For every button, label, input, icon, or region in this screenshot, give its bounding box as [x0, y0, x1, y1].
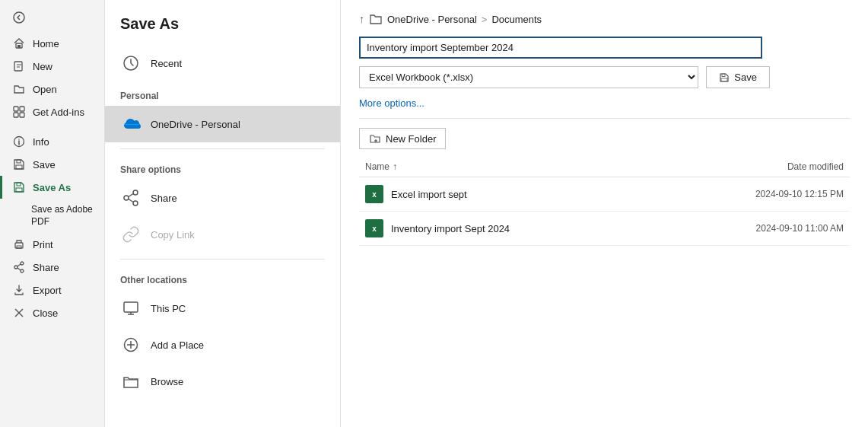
sidebar-item-close[interactable]: Close: [0, 301, 104, 324]
col-name-label: Name: [365, 161, 389, 172]
new-folder-button[interactable]: New Folder: [359, 128, 446, 149]
file-date-2: 2024-09-10 11:00 AM: [756, 223, 844, 234]
file-date-1: 2024-09-10 12:15 PM: [755, 189, 844, 199]
breadcrumb-subfolder-text: Documents: [491, 14, 542, 25]
sidebar-item-addins[interactable]: Get Add-ins: [0, 100, 104, 123]
copy-link-icon: [120, 224, 141, 245]
sidebar-item-open-label: Open: [33, 84, 57, 95]
add-place-icon: [120, 334, 141, 355]
add-place-label: Add a Place: [151, 339, 204, 351]
sidebar-item-save-label: Save: [33, 159, 56, 170]
info-icon: [13, 135, 25, 148]
svg-line-26: [129, 194, 133, 197]
table-row[interactable]: x Inventory import Sept 2024 2024-09-10 …: [359, 212, 850, 246]
onedrive-label: OneDrive - Personal: [151, 119, 240, 130]
open-icon: [13, 83, 25, 95]
save-button-label: Save: [734, 72, 757, 83]
sidebar-item-open[interactable]: Open: [0, 78, 104, 100]
svg-rect-10: [16, 165, 22, 169]
file-table: Name ↑ Date modified x Excel import sept…: [359, 157, 850, 415]
filename-input[interactable]: [359, 37, 762, 59]
new-icon: [13, 60, 25, 72]
sidebar-item-print-label: Print: [33, 239, 53, 250]
file-table-header: Name ↑ Date modified: [359, 157, 850, 177]
breadcrumb-folder-icon: [369, 12, 383, 26]
close-icon: [13, 307, 25, 319]
breadcrumb-up-icon[interactable]: ↑: [359, 13, 364, 25]
save-icon: [13, 158, 25, 170]
sidebar-item-save-adobe[interactable]: Save as Adobe PDF: [0, 199, 104, 233]
sidebar-item-save-as-label: Save As: [33, 182, 71, 193]
recent-icon: [120, 53, 141, 74]
breadcrumb-folder-text: OneDrive - Personal: [387, 14, 477, 25]
col-date-label: Date modified: [787, 161, 844, 172]
save-as-icon: [13, 181, 25, 193]
middle-panel: Save As Recent Personal OneDrive - Perso…: [105, 0, 341, 427]
filetype-select[interactable]: Excel Workbook (*.xlsx)Excel 97-2003 Wor…: [359, 66, 698, 88]
sidebar-item-share-label: Share: [33, 262, 59, 273]
location-item-onedrive[interactable]: OneDrive - Personal: [105, 106, 340, 142]
location-item-this-pc[interactable]: This PC: [105, 290, 340, 327]
sidebar-item-info-label: Info: [33, 136, 49, 148]
sidebar-item-print[interactable]: Print: [0, 233, 104, 256]
share-option-icon: [120, 187, 141, 209]
svg-point-24: [124, 196, 129, 200]
sidebar-item-new[interactable]: New: [0, 55, 104, 78]
sidebar-item-save-as[interactable]: Save As: [0, 176, 104, 199]
content-divider: [359, 118, 850, 119]
excel-file-icon-1: x: [365, 185, 383, 203]
svg-rect-12: [16, 188, 22, 192]
new-folder-label: New Folder: [386, 133, 436, 145]
table-row[interactable]: x Excel import sept 2024-09-10 12:15 PM: [359, 177, 850, 212]
right-panel: ↑ OneDrive - Personal > Documents Excel …: [341, 0, 868, 427]
svg-rect-5: [20, 107, 24, 111]
other-locations-label: Other locations: [105, 266, 340, 290]
svg-point-23: [133, 190, 138, 195]
sidebar-item-export[interactable]: Export: [0, 279, 104, 301]
svg-rect-3: [14, 62, 22, 71]
panel-title: Save As: [105, 15, 340, 45]
copy-link-label: Copy Link: [151, 229, 195, 241]
sidebar-item-save[interactable]: Save: [0, 153, 104, 176]
location-item-copy-link[interactable]: Copy Link: [105, 216, 340, 253]
print-icon: [13, 238, 25, 250]
svg-point-0: [14, 12, 24, 23]
onedrive-icon: [120, 113, 141, 135]
svg-rect-28: [124, 302, 138, 312]
more-options-label: More options...: [359, 97, 424, 109]
this-pc-icon: [120, 298, 141, 319]
save-button[interactable]: Save: [706, 66, 770, 88]
svg-line-27: [129, 199, 133, 202]
share-icon: [13, 261, 25, 273]
svg-rect-6: [14, 113, 18, 117]
file-name-1: Excel import sept: [391, 189, 467, 200]
filename-row: [359, 37, 785, 59]
location-item-share[interactable]: Share: [105, 180, 340, 216]
excel-file-icon-2: x: [365, 219, 383, 237]
svg-line-19: [17, 268, 21, 270]
sidebar-back-button[interactable]: [0, 6, 104, 29]
svg-point-16: [14, 266, 17, 269]
more-options-link[interactable]: More options...: [359, 97, 850, 109]
sidebar-item-info[interactable]: Info: [0, 130, 104, 153]
location-item-browse[interactable]: Browse: [105, 363, 340, 400]
save-icon-inline: [719, 72, 730, 83]
home-icon: [13, 37, 25, 49]
sidebar-item-share[interactable]: Share: [0, 256, 104, 279]
sidebar-item-home[interactable]: Home: [0, 32, 104, 55]
sidebar-item-new-label: New: [33, 61, 52, 72]
sidebar-item-close-label: Close: [33, 308, 58, 319]
location-item-add-place[interactable]: Add a Place: [105, 327, 340, 363]
location-item-recent[interactable]: Recent: [105, 45, 340, 81]
sidebar-item-home-label: Home: [33, 38, 59, 49]
personal-section-label: Personal: [105, 81, 340, 106]
adobe-icon: [13, 211, 24, 221]
col-name-header[interactable]: Name ↑: [365, 161, 397, 172]
breadcrumb: ↑ OneDrive - Personal > Documents: [359, 12, 850, 26]
share-option-label: Share: [151, 193, 177, 204]
svg-rect-2: [17, 45, 21, 48]
breadcrumb-separator: >: [482, 14, 488, 25]
svg-line-18: [17, 264, 21, 266]
file-left-2: x Inventory import Sept 2024: [365, 219, 510, 237]
svg-point-25: [133, 201, 138, 206]
